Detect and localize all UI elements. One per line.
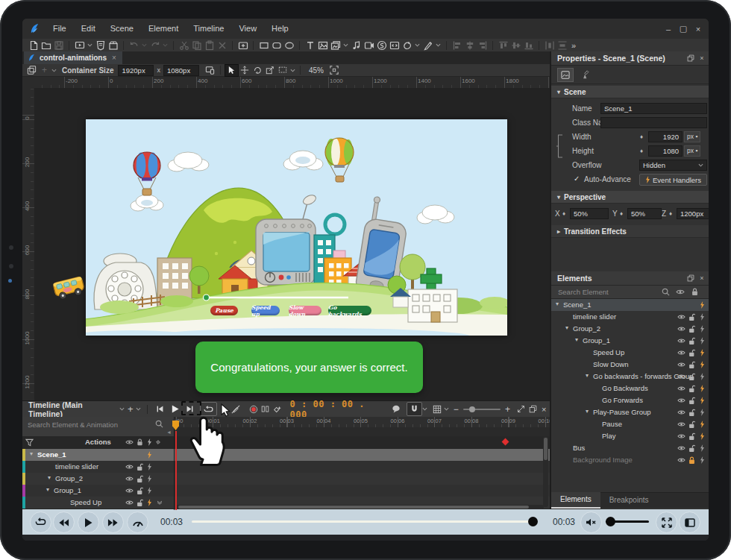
timeline-vertical-scrollbar[interactable] <box>543 436 548 507</box>
seek-handle[interactable] <box>528 517 538 526</box>
eye-icon[interactable] <box>677 409 685 416</box>
menu-item-view[interactable]: View <box>231 19 264 39</box>
filter-icon[interactable] <box>25 438 34 446</box>
elements-footer-tab-breakpoints[interactable]: Breakpoints <box>600 493 658 508</box>
collapse-column-icon[interactable]: ◄ <box>166 430 172 435</box>
align-center-icon[interactable] <box>463 40 476 51</box>
stage-button-slow-down[interactable]: Slow down <box>289 306 321 315</box>
timeline-row-scene-1[interactable]: ▾Scene_1 <box>22 449 550 462</box>
media-dropdown-icon[interactable] <box>342 40 349 51</box>
element-row-timeline-slider[interactable]: timeline slider <box>551 311 709 323</box>
event-handlers-button[interactable]: Event Handlers <box>639 174 707 186</box>
expander-icon[interactable]: ▾ <box>586 408 589 415</box>
lock-open-icon[interactable] <box>687 349 696 356</box>
expander-icon[interactable]: ▾ <box>565 324 568 331</box>
insert-scene-icon[interactable] <box>236 40 249 51</box>
stage-button-pause[interactable]: Pause <box>210 306 238 315</box>
name-input[interactable]: Scene_1 <box>600 103 707 114</box>
toggle-lock-all-icon[interactable] <box>691 288 698 296</box>
timeline-select-dropdown-icon[interactable] <box>119 403 125 415</box>
bolt-icon[interactable] <box>697 325 706 333</box>
float-properties-panel-icon[interactable] <box>686 54 695 63</box>
element-row-go-forwards[interactable]: Go Forwards <box>551 394 709 406</box>
element-row-speed-up[interactable]: Speed Up <box>551 347 709 359</box>
expander-icon[interactable]: ▾ <box>586 372 589 379</box>
eye-icon[interactable] <box>677 432 685 440</box>
image-tool-icon[interactable] <box>316 40 329 51</box>
zoom-level-value[interactable]: 45% <box>309 66 324 75</box>
auto-keyframe-add-icon[interactable] <box>271 403 283 415</box>
height-keyframe-diamond[interactable]: ♦ <box>640 148 643 154</box>
float-elements-panel-icon[interactable] <box>686 274 695 283</box>
timeline-column-divider[interactable] <box>174 417 175 510</box>
bolt-icon[interactable] <box>697 397 706 404</box>
perspective-x-diamond[interactable]: ♦ <box>562 210 565 217</box>
perspective-z-diamond[interactable]: ♦ <box>669 210 672 217</box>
menu-item-timeline[interactable]: Timeline <box>186 19 231 39</box>
minimize-button[interactable]: – <box>661 25 676 34</box>
align-top-icon[interactable] <box>497 40 509 51</box>
timeline-zoom-in-icon[interactable]: + <box>503 403 512 415</box>
export-html5-icon[interactable] <box>94 40 107 51</box>
freeform-tool-icon[interactable] <box>401 40 413 51</box>
audio-tool-icon[interactable] <box>350 40 363 51</box>
layout-toggle-button[interactable] <box>679 512 700 533</box>
fullscreen-button[interactable] <box>656 512 677 533</box>
fit-timeline-icon[interactable] <box>515 403 527 415</box>
element-row-slow-down[interactable]: Slow Down <box>551 359 709 371</box>
ellipse-tool-icon[interactable] <box>283 40 295 51</box>
video-tool-icon[interactable] <box>363 40 375 51</box>
toggle-visibility-all-icon[interactable] <box>676 289 685 295</box>
bolt-icon[interactable] <box>145 475 154 482</box>
rectangle-tool-icon[interactable] <box>257 40 270 51</box>
stage-button-go-backwards[interactable]: Go backwards <box>328 306 371 315</box>
height-unit[interactable]: px ▪ <box>684 145 700 157</box>
element-row-play[interactable]: Play <box>551 430 709 442</box>
lock-open-icon[interactable] <box>687 373 696 380</box>
scale-tool-icon[interactable] <box>264 65 277 76</box>
lock-closed-icon[interactable] <box>687 456 696 464</box>
expander-icon[interactable]: ▾ <box>46 486 49 493</box>
play-button[interactable] <box>78 512 99 533</box>
lock-open-icon[interactable] <box>687 397 696 404</box>
maximize-button[interactable]: ▢ <box>676 24 691 34</box>
delete-icon[interactable] <box>216 40 228 51</box>
element-row-bus[interactable]: Bus <box>551 442 709 454</box>
lock-open-icon[interactable] <box>687 421 696 428</box>
snapping-toggle-icon[interactable] <box>407 402 422 416</box>
class-name-input[interactable] <box>600 117 707 128</box>
freeform-dropdown-icon[interactable] <box>414 40 421 51</box>
timeline-ruler[interactable]: 00:0000:0100:0200:0300:0400:0500:0600:07… <box>174 417 550 427</box>
close-properties-panel-icon[interactable]: × <box>697 54 706 63</box>
timeline-row-timeline-slider[interactable]: timeline slider <box>22 461 550 474</box>
eye-icon[interactable] <box>125 499 134 506</box>
distribute-vertical-icon[interactable] <box>556 40 568 51</box>
eye-icon[interactable] <box>125 475 134 482</box>
element-row-go-backwards-forwards-group[interactable]: ▾Go backwards - forwards Group <box>551 371 709 383</box>
split-view-icon[interactable] <box>260 403 271 415</box>
lock-column-icon[interactable] <box>135 438 144 446</box>
element-row-group-2[interactable]: ▾Group_2 <box>551 323 709 335</box>
more-tools-icon[interactable]: » <box>571 41 576 50</box>
element-row-play-pause-group[interactable]: ▾Play-Pause Group <box>551 406 709 418</box>
lock-open-icon[interactable] <box>687 361 696 368</box>
embed-code-tool-icon[interactable] <box>388 40 401 51</box>
eye-icon[interactable] <box>677 444 685 452</box>
timeline-search-input[interactable] <box>26 420 148 430</box>
width-keyframe-diamond[interactable]: ♦ <box>640 133 643 140</box>
bolt-icon[interactable] <box>697 432 706 440</box>
eye-icon[interactable] <box>677 456 685 464</box>
eye-icon[interactable] <box>677 397 685 404</box>
keyframe-nav-icon[interactable] <box>154 438 163 446</box>
elements-search-input[interactable] <box>556 287 649 297</box>
auto-advance-checkbox[interactable]: ✓ <box>574 174 580 183</box>
skip-to-start-icon[interactable] <box>154 403 165 415</box>
bolt-icon[interactable] <box>697 385 706 392</box>
copy-icon[interactable] <box>190 40 203 51</box>
export-package-icon[interactable] <box>107 40 119 51</box>
preview-in-browser-icon[interactable] <box>73 40 86 51</box>
expander-icon[interactable]: ▾ <box>575 336 578 343</box>
bolt-icon[interactable] <box>697 373 706 380</box>
redo-dropdown-icon[interactable] <box>162 40 169 51</box>
fit-to-window-icon[interactable] <box>328 65 341 76</box>
